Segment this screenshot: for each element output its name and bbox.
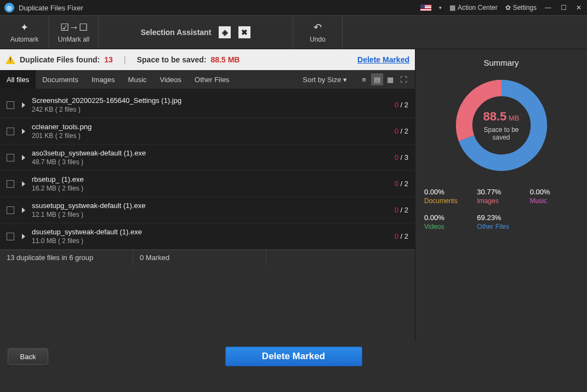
view-detail-icon[interactable]: ▤ [371, 73, 383, 85]
legend-percent: 0.00% [530, 188, 578, 196]
undo-label: Undo [310, 36, 326, 43]
selection-assistant-button[interactable]: Selection Assistant ◈ ✖ [99, 16, 293, 49]
language-flag-icon[interactable] [420, 4, 431, 11]
info-bar: Duplicate Files found: 13 | Space to be … [0, 49, 415, 70]
sort-label: Sort by Size [303, 76, 341, 84]
file-checkbox[interactable] [7, 101, 14, 109]
expand-icon[interactable] [22, 181, 25, 187]
delete-marked-button[interactable]: Delete Marked [225, 347, 362, 366]
file-mark-count: 0 / 2 [395, 101, 408, 109]
filter-tabs: All filesDocumentsImagesMusicVideosOther… [0, 70, 415, 89]
view-grid-icon[interactable]: ▦ [384, 73, 396, 85]
file-group-row[interactable]: rbsetup_ (1).exe16.2 MB ( 2 files )0 / 2 [0, 171, 415, 197]
unmark-all-label: UnMark all [58, 36, 89, 43]
file-group-row[interactable]: ccleaner_tools.png201 KB ( 2 files )0 / … [0, 118, 415, 145]
legend-name: Videos [424, 223, 472, 230]
tab-images[interactable]: Images [85, 70, 122, 89]
expand-icon[interactable] [22, 234, 25, 239]
action-center-button[interactable]: ▦ Action Center [449, 4, 498, 11]
view-list-icon[interactable]: ≡ [358, 73, 370, 85]
undo-button[interactable]: ↶ Undo [293, 16, 343, 49]
file-list: Screenshot_20200225-165640_Settings (1).… [0, 89, 415, 250]
file-name: ssusetupg_systweak-default (1).exe [32, 201, 395, 210]
tab-all-files[interactable]: All files [0, 70, 36, 89]
donut-label: Space to be saved [477, 126, 526, 141]
tab-other-files[interactable]: Other Files [188, 70, 236, 89]
legend-item-other-files: 69.23%Other Files [477, 214, 525, 230]
fullscreen-icon[interactable]: ⛶ [397, 73, 409, 85]
expand-icon[interactable] [22, 155, 25, 160]
action-center-label: Action Center [458, 4, 498, 11]
sort-dropdown[interactable]: Sort by Size ▾ [303, 76, 347, 84]
status-group-info: 13 duplicate files in 6 group [0, 250, 133, 265]
legend-percent: 0.00% [424, 214, 472, 222]
file-mark-count: 0 / 3 [395, 153, 408, 162]
legend-item-videos: 0.00%Videos [424, 214, 472, 230]
file-checkbox[interactable] [7, 206, 14, 214]
legend-item-music: 0.00%Music [530, 188, 578, 205]
automark-button[interactable]: ✦ Automark [0, 16, 49, 49]
file-name: rbsetup_ (1).exe [32, 175, 395, 183]
wand-icon: ✦ [20, 21, 29, 33]
file-size: 242 KB ( 2 files ) [32, 106, 395, 113]
file-group-row[interactable]: Screenshot_20200225-165640_Settings (1).… [0, 92, 415, 118]
back-button[interactable]: Back [8, 348, 48, 365]
expand-icon[interactable] [22, 207, 25, 213]
file-checkbox[interactable] [7, 180, 14, 188]
file-name: ccleaner_tools.png [32, 123, 395, 131]
language-dropdown-icon[interactable]: ▾ [439, 5, 442, 10]
legend-percent: 30.77% [477, 188, 525, 196]
file-size: 11.0 MB ( 2 files ) [32, 237, 395, 245]
file-size: 12.1 MB ( 2 files ) [32, 211, 395, 218]
tab-music[interactable]: Music [122, 70, 153, 89]
maximize-button[interactable]: ☐ [560, 4, 567, 11]
delete-marked-link[interactable]: Delete Marked [357, 55, 409, 64]
file-mark-count: 0 / 2 [395, 180, 408, 188]
file-group-row[interactable]: aso3setup_systweak-default (1).exe48.7 M… [0, 145, 415, 171]
file-name: aso3setup_systweak-default (1).exe [32, 149, 395, 157]
legend-item-images: 30.77%Images [477, 188, 525, 205]
close-button[interactable]: ✕ [575, 4, 583, 11]
gear-icon: ✿ [505, 4, 511, 11]
expand-icon[interactable] [22, 102, 25, 108]
file-checkbox[interactable] [7, 154, 14, 162]
summary-donut-chart: 88.5 MB Space to be saved [452, 76, 551, 175]
legend-item-documents: 0.00%Documents [424, 188, 472, 205]
app-logo-icon: ◎ [4, 3, 14, 13]
summary-legend: 0.00%Documents30.77%Images0.00%Music0.00… [424, 188, 578, 230]
tab-videos[interactable]: Videos [153, 70, 189, 89]
legend-name: Documents [424, 197, 472, 205]
legend-name: Images [477, 197, 525, 205]
space-saved-value: 88.5 MB [211, 55, 240, 64]
file-size: 201 KB ( 2 files ) [32, 132, 395, 140]
unmark-icon: ☑→☐ [60, 21, 88, 33]
file-mark-count: 0 / 2 [395, 206, 408, 214]
file-mark-count: 0 / 2 [395, 127, 408, 135]
file-name: dsusetup_systweak-default (1).exe [32, 228, 395, 236]
file-checkbox[interactable] [7, 233, 14, 240]
status-marked-info: 0 Marked [133, 250, 266, 265]
file-checkbox[interactable] [7, 128, 14, 135]
dup-found-count: 13 [104, 55, 113, 64]
file-size: 48.7 MB ( 3 files ) [32, 158, 395, 166]
file-name: Screenshot_20200225-165640_Settings (1).… [32, 96, 395, 105]
file-group-row[interactable]: dsusetup_systweak-default (1).exe11.0 MB… [0, 223, 415, 250]
selection-assistant-label: Selection Assistant [141, 28, 212, 37]
file-group-row[interactable]: ssusetupg_systweak-default (1).exe12.1 M… [0, 197, 415, 223]
legend-name: Other Files [477, 223, 525, 230]
settings-button[interactable]: ✿ Settings [505, 4, 537, 11]
tab-documents[interactable]: Documents [36, 70, 85, 89]
legend-percent: 0.00% [424, 188, 472, 196]
space-saved-label: Space to be saved: [137, 55, 207, 64]
expand-icon[interactable] [22, 129, 25, 134]
settings-label: Settings [513, 4, 537, 11]
minimize-button[interactable]: — [544, 4, 552, 11]
undo-icon: ↶ [314, 21, 322, 33]
summary-panel: Summary 88.5 MB Space to be saved 0.00%D… [415, 49, 587, 342]
file-mark-count: 0 / 2 [395, 232, 408, 240]
automark-label: Automark [10, 36, 38, 43]
dup-found-label: Duplicate Files found: [20, 55, 100, 64]
legend-percent: 69.23% [477, 214, 525, 222]
status-bar: 13 duplicate files in 6 group 0 Marked [0, 250, 415, 265]
unmark-all-button[interactable]: ☑→☐ UnMark all [49, 16, 99, 49]
